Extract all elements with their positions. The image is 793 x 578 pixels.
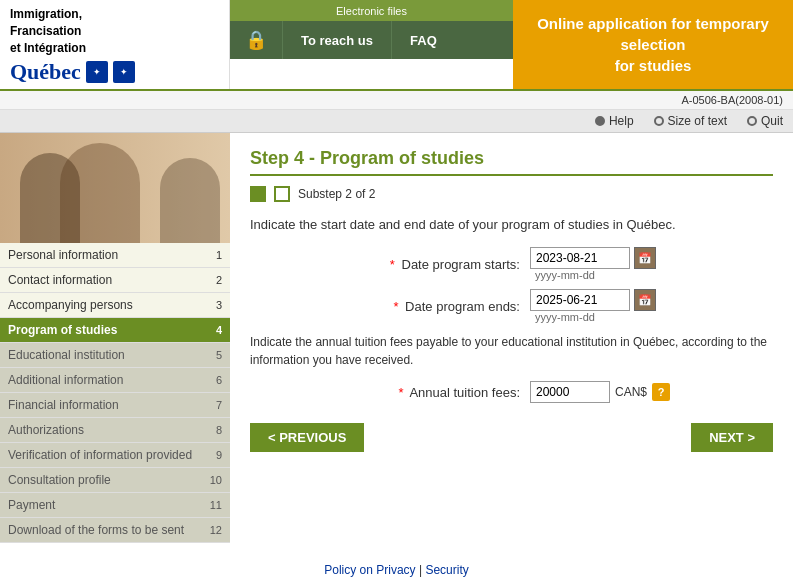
substep-outline-icon [274,186,290,202]
intro-text: Indicate the start date and end date of … [250,217,773,232]
date-ends-format: yyyy-mm-dd [535,311,656,323]
size-radio [654,116,664,126]
sidebar-item-label: Educational institution [8,348,125,362]
step-title: Step 4 - Program of studies [250,148,773,176]
ref-number: A-0506-BA(2008-01) [681,94,783,106]
date-starts-group: 📅 yyyy-mm-dd [530,247,656,281]
sidebar-item-num: 12 [202,524,222,536]
sidebar-item-contact-information[interactable]: Contact information 2 [0,268,230,293]
sidebar-item-num: 7 [202,399,222,411]
main-layout: Personal information 1 Contact informati… [0,133,793,543]
sidebar-item-program-of-studies[interactable]: Program of studies 4 [0,318,230,343]
sidebar-item-num: 6 [202,374,222,386]
quit-item[interactable]: Quit [747,114,783,128]
header: Immigration, Francisation et Intégration… [0,0,793,91]
policy-link[interactable]: Policy on Privacy [324,563,415,577]
sidebar-item-num: 4 [202,324,222,336]
lock-icon: 🔒 [230,29,282,51]
sidebar: Personal information 1 Contact informati… [0,133,230,543]
toolbar: Help Size of text Quit [0,110,793,133]
button-bar: < PREVIOUS NEXT > [250,423,773,452]
date-ends-input[interactable] [530,289,630,311]
date-ends-group: 📅 yyyy-mm-dd [530,289,656,323]
date-starts-format: yyyy-mm-dd [535,269,656,281]
security-link[interactable]: Security [425,563,468,577]
sidebar-item-financial-information: Financial information 7 [0,393,230,418]
substep-filled-icon [250,186,266,202]
tuition-note: Indicate the annual tuition fees payable… [250,333,773,369]
fleur-de-lis-icon-2: ✦ [113,61,135,83]
substep-bar: Substep 2 of 2 [250,186,773,202]
size-of-text-label: Size of text [668,114,727,128]
content-area: Step 4 - Program of studies Substep 2 of… [230,133,793,543]
sidebar-item-label: Program of studies [8,323,117,337]
sidebar-item-consultation-profile: Consultation profile 10 [0,468,230,493]
sidebar-item-label: Verification of information provided [8,448,192,462]
date-starts-label: * Date program starts: [250,257,530,272]
sidebar-item-label: Financial information [8,398,119,412]
logo-block: Immigration, Francisation et Intégration… [0,0,230,89]
header-title: Online application for temporary selecti… [523,13,783,76]
quit-label: Quit [761,114,783,128]
ef-section: Electronic files [230,0,513,21]
sidebar-item-download: Download of the forms to be sent 12 [0,518,230,543]
sidebar-item-label: Payment [8,498,55,512]
sidebar-nav: Personal information 1 Contact informati… [0,243,230,543]
nav-bar: 🔒 To reach us FAQ [230,21,513,59]
sidebar-item-num: 11 [202,499,222,511]
sidebar-item-additional-information: Additional information 6 [0,368,230,393]
annual-fees-row: * Annual tuition fees: CAN$ ? [250,381,773,403]
logo-quebec: Québec ✦ ✦ [10,59,219,85]
sidebar-image [0,133,230,243]
next-button[interactable]: NEXT > [691,423,773,452]
nav-faq-link[interactable]: FAQ [391,21,455,59]
required-star-3: * [398,385,403,400]
sidebar-item-num: 9 [202,449,222,461]
sidebar-item-verification: Verification of information provided 9 [0,443,230,468]
sidebar-item-label: Personal information [8,248,118,262]
sidebar-item-personal-information[interactable]: Personal information 1 [0,243,230,268]
nav-reach-link[interactable]: To reach us [282,21,391,59]
annual-fees-label: * Annual tuition fees: [250,385,530,400]
help-item[interactable]: Help [595,114,634,128]
sidebar-item-label: Contact information [8,273,112,287]
required-star: * [390,257,395,272]
sidebar-item-num: 3 [202,299,222,311]
sidebar-item-num: 1 [202,249,222,261]
sidebar-item-accompanying-persons[interactable]: Accompanying persons 3 [0,293,230,318]
size-of-text-item[interactable]: Size of text [654,114,727,128]
calendar-ends-icon[interactable]: 📅 [634,289,656,311]
sidebar-item-label: Additional information [8,373,123,387]
sidebar-item-num: 10 [202,474,222,486]
sidebar-item-label: Download of the forms to be sent [8,523,184,537]
header-title-block: Online application for temporary selecti… [513,0,793,89]
sidebar-item-authorizations: Authorizations 8 [0,418,230,443]
sidebar-item-label: Consultation profile [8,473,111,487]
help-radio [595,116,605,126]
date-ends-row: * Date program ends: 📅 yyyy-mm-dd [250,289,773,323]
substep-label: Substep 2 of 2 [298,187,375,201]
sidebar-item-num: 5 [202,349,222,361]
annual-fees-input[interactable] [530,381,610,403]
sidebar-item-label: Authorizations [8,423,84,437]
required-star-2: * [393,299,398,314]
previous-button[interactable]: < PREVIOUS [250,423,364,452]
footer: Policy on Privacy | Security Québec ✦ ✦ … [0,543,793,578]
currency-label: CAN$ [615,385,647,399]
fleur-de-lis-icon-1: ✦ [86,61,108,83]
middle-block: Electronic files 🔒 To reach us FAQ [230,0,513,89]
calendar-starts-icon[interactable]: 📅 [634,247,656,269]
ef-label: Electronic files [336,5,407,17]
logo-text: Immigration, Francisation et Intégration [10,6,219,56]
sidebar-item-num: 8 [202,424,222,436]
ref-bar: A-0506-BA(2008-01) [0,91,793,110]
date-ends-label: * Date program ends: [250,299,530,314]
footer-links: Policy on Privacy | Security [10,563,783,577]
date-starts-row: * Date program starts: 📅 yyyy-mm-dd [250,247,773,281]
quit-radio [747,116,757,126]
help-icon[interactable]: ? [652,383,670,401]
separator: | [419,563,422,577]
help-label: Help [609,114,634,128]
sidebar-item-num: 2 [202,274,222,286]
date-starts-input[interactable] [530,247,630,269]
